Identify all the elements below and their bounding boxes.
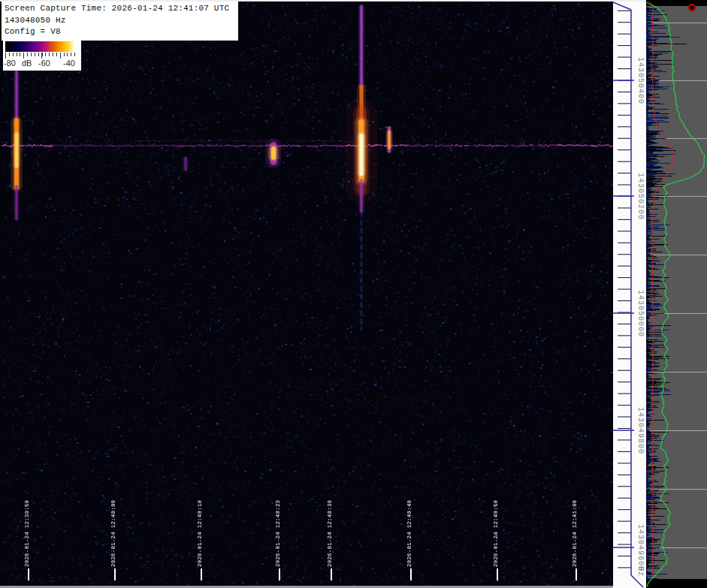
time-axis-label: 2026-01-24 12:40:40: [406, 500, 412, 567]
spectrum-panel: [646, 0, 707, 588]
time-axis-tick: [28, 568, 29, 580]
frequency-axis-label: 143050200: [636, 173, 645, 220]
time-axis-label: 2026-01-24 12:39:50: [24, 500, 30, 567]
legend-label-neg60: -60: [38, 59, 50, 68]
time-axis-tick: [497, 568, 498, 580]
frequency-axis-label: 143049800: [636, 407, 645, 454]
capture-config-text: Config = V8: [5, 26, 236, 38]
time-axis-tick: [279, 568, 280, 580]
frequency-axis-label: 143049600: [636, 524, 645, 571]
capture-time-text: Screen Capture Time: 2026-01-24 12:41:07…: [5, 3, 236, 15]
frequency-unit-label: Hz: [636, 566, 645, 577]
time-axis-label: 2026-01-24 12:40:10: [197, 500, 203, 567]
capture-frequency-text: 143048050 Hz: [5, 15, 236, 27]
spectrum-capture-screen: 1430504001430502001430500001430498001430…: [0, 0, 707, 588]
legend-label-neg40: -40: [63, 59, 75, 68]
time-axis-label: 2026-01-24 12:41:00: [572, 500, 578, 567]
time-axis-tick: [410, 568, 412, 580]
time-axis-tick: [114, 568, 116, 580]
capture-info-box: Screen Capture Time: 2026-01-24 12:41:07…: [2, 2, 238, 41]
color-scale-ruler-major: [5, 53, 78, 59]
time-axis-label: 2026-01-24 12:40:50: [493, 500, 499, 567]
time-axis-label: 2026-01-24 12:40:00: [110, 500, 116, 567]
frequency-axis-label: 143050000: [636, 290, 645, 337]
time-axis-label: 2026-01-24 12:40:23: [275, 500, 281, 567]
time-axis-label: 2026-01-24 12:40:30: [327, 500, 333, 567]
waterfall-spectrogram: [0, 0, 613, 588]
color-scale-gradient: [5, 41, 78, 52]
frequency-axis-label: 143050400: [636, 57, 645, 104]
color-scale-legend: -80 dB -60 -40: [3, 40, 81, 71]
time-axis-tick: [576, 568, 577, 580]
time-axis-tick: [331, 568, 332, 580]
legend-label-db-unit: dB: [22, 59, 32, 68]
time-axis-tick: [201, 568, 202, 580]
legend-label-neg80: -80: [4, 59, 16, 68]
